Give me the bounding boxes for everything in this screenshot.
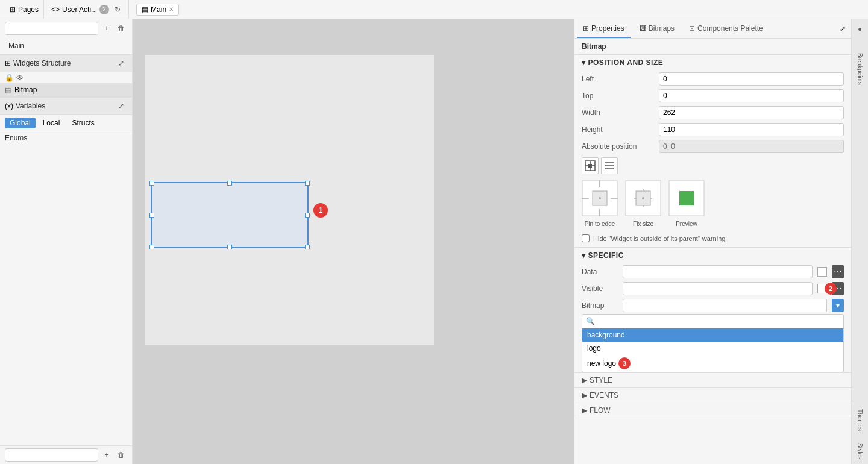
events-label: EVENTS [590,391,618,400]
top-bar: ⊞ Pages <> User Acti... 2 ↻ ▤ Main ✕ [0,0,868,19]
svg-rect-1 [588,164,592,168]
height-input[interactable] [659,123,844,136]
svg-point-20 [642,197,644,199]
themes-label[interactable]: Themes [857,407,863,433]
dropdown-search-row: 🔍 [582,315,843,328]
position-size-section: ▾ POSITION AND SIZE Left Top Width Heigh… [574,55,851,248]
pages-search-area: + 🗑 [0,19,132,37]
style-label: STYLE [590,376,612,384]
handle-top-left[interactable] [149,181,154,186]
specific-label: SPECIFIC [588,251,624,260]
vars-search-input[interactable] [5,448,98,462]
page-item-main[interactable]: Main [5,40,127,52]
left-row: Left [574,71,851,87]
add-var-button[interactable]: + [101,449,113,461]
handle-top-right[interactable] [305,181,310,186]
enums-item: Enums [0,131,132,145]
vars-expand-button[interactable]: ⤢ [115,100,127,112]
fix-size-svg[interactable] [625,180,661,216]
remove-var-button[interactable]: 🗑 [115,449,127,461]
vars-tab-structs[interactable]: Structs [67,118,99,128]
circle-icon[interactable]: ● [853,22,867,36]
pages-search-input[interactable] [5,22,98,35]
hide-warning-label: Hide "Widget is outside of its parent" w… [593,235,725,242]
flow-section: ▶ FLOW [574,403,851,418]
dropdown-search-input[interactable] [597,317,840,325]
tab-close-button[interactable]: ✕ [169,6,174,13]
flow-label: FLOW [590,406,611,415]
visible-input[interactable] [623,282,813,295]
preview-svg[interactable] [668,180,705,216]
user-actions-label: User Acti... [62,5,97,14]
handle-bottom-center[interactable] [227,245,232,249]
code-icon: <> [51,5,60,14]
top-input[interactable] [659,89,844,102]
collapse-arrow-flow: ▶ [582,406,587,415]
tab-components[interactable]: ⊡ Components Palette [683,19,769,38]
dropdown-item-background[interactable]: background [582,328,843,342]
hide-warning-checkbox[interactable] [582,234,590,242]
canvas-page [145,55,434,345]
pages-list: Main [0,37,132,54]
handle-middle-left[interactable] [149,213,154,218]
refresh-icon[interactable]: ↻ [112,4,124,16]
collapse-arrow-pos: ▾ [582,58,586,67]
add-page-button[interactable]: + [101,22,113,34]
data-input[interactable] [623,265,813,278]
position-size-label: POSITION AND SIZE [588,58,664,67]
properties-tab-label: Properties [591,24,624,33]
position-icon-2[interactable] [601,157,618,174]
widgets-expand-button[interactable]: ⤢ [115,57,127,69]
bitmap-input[interactable] [623,299,827,312]
fix-size-option: Fix size [625,180,661,227]
handle-top-center[interactable] [227,181,232,186]
user-actions-count: 2 [99,5,109,14]
bitmap-dropdown-button[interactable]: ▾ [832,299,844,312]
right-panel-tabs: ⊞ Properties 🖼 Bitmaps ⊡ Components Pale… [574,19,851,39]
tab-icon: ▤ [142,5,148,14]
main-tab[interactable]: ▤ Main ✕ [136,4,179,16]
pin-grid-area: Pin to edge [574,175,851,232]
position-size-header[interactable]: ▾ POSITION AND SIZE [574,55,851,71]
handle-middle-right[interactable] [305,213,310,218]
specific-header[interactable]: ▾ SPECIFIC [574,248,851,263]
handle-bottom-left[interactable] [149,245,154,249]
vars-tab-local[interactable]: Local [38,118,65,128]
dropdown-item-new-logo[interactable]: new logo 3 [582,355,843,372]
visible-label: Visible [582,284,618,293]
bitmap-dropdown-list: 🔍 background logo new logo 3 [582,314,844,372]
pin-to-edge-svg[interactable] [582,180,618,216]
tab-bitmaps[interactable]: 🖼 Bitmaps [633,19,681,38]
height-row: Height [574,121,851,138]
right-panel-expand[interactable]: ⤢ [837,23,849,35]
data-label: Data [582,268,618,276]
remove-page-button[interactable]: 🗑 [115,22,127,34]
width-label: Width [582,108,654,117]
bitmaps-icon: 🖼 [639,24,646,33]
dropdown-item-logo[interactable]: logo [582,342,843,355]
preview-label: Preview [676,221,697,227]
main-tab-section: ▤ Main ✕ [131,0,184,19]
data-row: Data ⋯ [574,263,851,280]
left-input[interactable] [659,72,844,86]
vars-search-area: + 🗑 [0,445,132,464]
data-checkbox[interactable] [817,267,827,277]
styles-label[interactable]: Styles [857,440,863,462]
width-input[interactable] [659,106,844,119]
style-header[interactable]: ▶ STYLE [574,373,851,387]
events-header[interactable]: ▶ EVENTS [574,388,851,403]
bitmap-widget-item[interactable]: ▤ Bitmap [0,83,132,97]
breakpoints-label[interactable]: Breakpoints [857,51,863,87]
vars-tabs: Global Local Structs [0,115,132,131]
data-dots-button[interactable]: ⋯ [832,265,844,278]
vars-tab-global[interactable]: Global [5,118,36,128]
position-icon-1[interactable] [582,157,599,174]
bitmap-dropdown-container: 🔍 background logo new logo 3 [574,314,851,372]
side-icons-panel: ● Breakpoints Themes Styles [851,19,868,464]
step-badge-2: 2 [825,283,837,295]
handle-bottom-right[interactable] [305,245,310,249]
flow-header[interactable]: ▶ FLOW [574,403,851,418]
selection-box[interactable] [151,182,309,248]
svg-rect-22 [679,191,694,205]
tab-properties[interactable]: ⊞ Properties [577,19,631,38]
